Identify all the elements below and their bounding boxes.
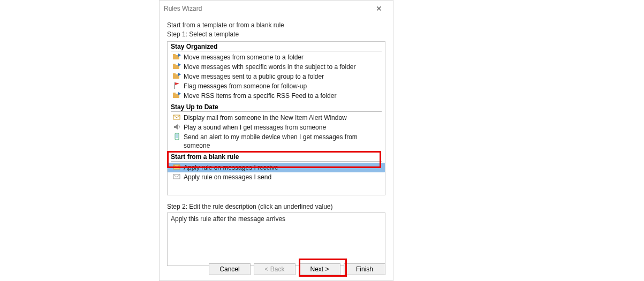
template-label: Flag messages from someone for follow-up [184,82,307,90]
template-play-sound[interactable]: Play a sound when I get messages from so… [168,123,385,132]
template-label: Display mail from someone in the New Ite… [184,113,347,122]
section-blank-rule: Start from a blank rule [168,152,385,161]
template-move-rss[interactable]: Move RSS items from a specific RSS Feed … [168,91,385,101]
svg-rect-3 [173,64,176,65]
template-label: Play a sound when I get messages from so… [184,123,326,132]
template-label: Move RSS items from a specific RSS Feed … [184,92,336,100]
window-title: Rules Wizard [164,5,369,12]
sound-icon [173,123,181,131]
rule-description-box[interactable]: Apply this rule after the message arrive… [167,212,385,266]
template-label: Move messages from someone to a folder [184,53,304,62]
mail-in-icon [173,163,181,171]
folder-move-icon [173,92,181,99]
svg-rect-11 [176,134,178,138]
template-label: Move messages sent to a public group to … [184,72,324,81]
folder-move-icon [173,53,181,60]
svg-rect-8 [173,93,176,94]
mail-alert-icon [173,113,181,121]
template-apply-on-receive[interactable]: Apply rule on messages I receive [168,163,385,172]
folder-move-icon [173,63,181,70]
next-button[interactable]: Next > [299,263,340,275]
template-flag-followup[interactable]: Flag messages from someone for follow-up [168,81,385,91]
back-button: < Back [254,263,296,275]
svg-rect-6 [175,82,175,89]
divider [171,51,382,51]
mail-out-icon [173,173,181,180]
close-icon[interactable]: ✕ [369,4,389,13]
dialog-buttons: Cancel < Back Next > Finish [209,263,385,275]
mobile-icon [173,133,181,140]
intro-line2: Step 1: Select a template [167,30,385,39]
template-label: Apply rule on messages I send [184,173,271,181]
template-label: Move messages with specific words in the… [184,63,355,71]
folder-move-icon [173,72,181,80]
rule-description-text: Apply this rule after the message arrive… [171,215,285,223]
divider [171,111,382,112]
template-move-from-someone[interactable]: Move messages from someone to a folder [168,52,385,62]
template-label: Send an alert to my mobile device when I… [184,133,382,150]
template-apply-on-send[interactable]: Apply rule on messages I send [168,172,385,182]
template-list: Stay Organized Move messages from someon… [167,41,385,195]
section-stay-up-to-date: Stay Up to Date [168,102,385,111]
svg-rect-5 [173,73,176,75]
template-display-new-item-alert[interactable]: Display mail from someone in the New Ite… [168,113,385,123]
flag-icon [173,82,181,89]
template-move-public-group[interactable]: Move messages sent to a public group to … [168,72,385,81]
divider [171,161,382,162]
rules-wizard-dialog: Rules Wizard ✕ Start from a template or … [159,0,393,281]
svg-rect-1 [173,54,176,56]
intro-line1: Start from a template or from a blank ru… [167,21,385,30]
finish-button[interactable]: Finish [344,263,385,275]
section-stay-organized: Stay Organized [168,42,385,51]
step2-label: Step 2: Edit the rule description (click… [167,203,385,210]
cancel-button[interactable]: Cancel [209,263,251,275]
template-mobile-alert[interactable]: Send an alert to my mobile device when I… [168,132,385,150]
titlebar: Rules Wizard ✕ [160,1,393,17]
template-label: Apply rule on messages I receive [184,163,278,172]
template-move-subject-words[interactable]: Move messages with specific words in the… [168,62,385,72]
